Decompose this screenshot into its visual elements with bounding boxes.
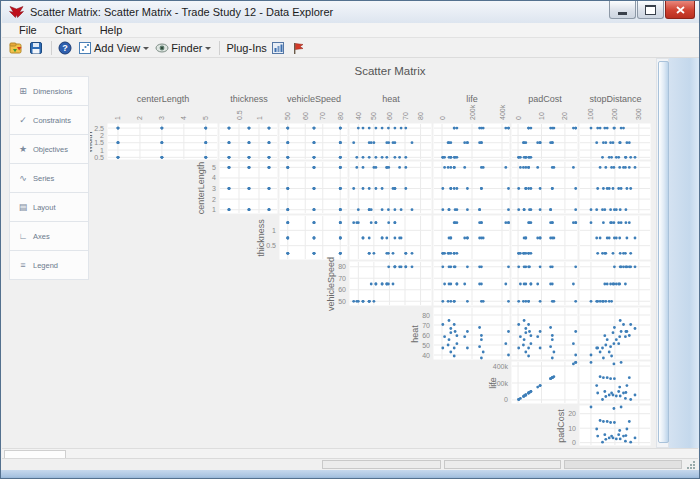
data-point[interactable] (248, 156, 251, 159)
data-point[interactable] (602, 357, 605, 360)
data-point[interactable] (411, 252, 414, 255)
data-point[interactable] (248, 141, 251, 144)
data-point[interactable] (574, 330, 577, 333)
data-point[interactable] (572, 166, 575, 169)
data-point[interactable] (609, 421, 612, 424)
data-point[interactable] (596, 435, 599, 438)
data-point[interactable] (628, 334, 631, 337)
scatter-cell[interactable] (512, 162, 578, 214)
data-point[interactable] (634, 265, 637, 268)
data-point[interactable] (161, 156, 164, 159)
data-point[interactable] (385, 237, 388, 240)
data-point[interactable] (482, 127, 485, 130)
data-point[interactable] (443, 156, 446, 159)
data-point[interactable] (362, 187, 365, 190)
data-point[interactable] (362, 127, 365, 130)
data-point[interactable] (482, 351, 485, 354)
data-point[interactable] (574, 300, 577, 303)
data-point[interactable] (536, 335, 539, 338)
data-point[interactable] (634, 327, 637, 330)
data-point[interactable] (595, 208, 598, 211)
data-point[interactable] (612, 331, 615, 334)
data-point[interactable] (527, 187, 530, 190)
data-point[interactable] (634, 156, 637, 159)
data-point[interactable] (615, 338, 618, 341)
scatter-cell[interactable] (350, 124, 432, 160)
data-point[interactable] (387, 141, 390, 144)
data-point[interactable] (381, 208, 384, 211)
data-point[interactable] (368, 187, 371, 190)
data-point[interactable] (456, 187, 459, 190)
data-point[interactable] (368, 156, 371, 159)
data-point[interactable] (453, 355, 456, 358)
data-point[interactable] (441, 347, 444, 350)
data-point[interactable] (527, 166, 530, 169)
data-point[interactable] (400, 237, 403, 240)
data-point[interactable] (387, 265, 390, 268)
data-point[interactable] (362, 300, 365, 303)
data-point[interactable] (228, 187, 231, 190)
data-point[interactable] (443, 335, 446, 338)
data-point[interactable] (524, 351, 527, 354)
help-button[interactable]: ? (56, 39, 76, 57)
data-point[interactable] (480, 221, 483, 224)
data-point[interactable] (618, 283, 621, 286)
data-point[interactable] (443, 252, 446, 255)
data-point[interactable] (612, 141, 615, 144)
data-point[interactable] (613, 326, 616, 329)
data-point[interactable] (517, 300, 520, 303)
data-point[interactable] (530, 390, 533, 393)
data-point[interactable] (357, 221, 360, 224)
data-point[interactable] (507, 208, 510, 211)
data-point[interactable] (609, 345, 612, 348)
data-point[interactable] (596, 127, 599, 130)
data-point[interactable] (620, 127, 623, 130)
data-point[interactable] (622, 252, 625, 255)
data-point[interactable] (622, 323, 625, 326)
data-point[interactable] (466, 141, 469, 144)
data-point[interactable] (373, 300, 376, 303)
data-point[interactable] (394, 156, 397, 159)
data-point[interactable] (625, 391, 628, 394)
data-point[interactable] (610, 300, 613, 303)
data-point[interactable] (381, 237, 384, 240)
data-point[interactable] (634, 166, 637, 169)
data-point[interactable] (523, 265, 526, 268)
data-point[interactable] (619, 395, 622, 398)
data-point[interactable] (622, 392, 625, 395)
data-point[interactable] (394, 127, 397, 130)
data-point[interactable] (449, 252, 452, 255)
data-point[interactable] (523, 319, 526, 322)
data-point[interactable] (572, 283, 575, 286)
data-point[interactable] (517, 187, 520, 190)
data-point[interactable] (610, 156, 613, 159)
data-point[interactable] (634, 394, 637, 397)
data-point[interactable] (628, 376, 631, 379)
data-point[interactable] (606, 237, 609, 240)
data-point[interactable] (480, 357, 483, 360)
data-point[interactable] (362, 166, 365, 169)
data-point[interactable] (394, 141, 397, 144)
data-point[interactable] (463, 335, 466, 338)
data-point[interactable] (612, 252, 615, 255)
scatter-cell[interactable] (512, 124, 578, 160)
data-point[interactable] (375, 166, 378, 169)
data-point[interactable] (522, 300, 525, 303)
data-point[interactable] (392, 252, 395, 255)
data-point[interactable] (447, 344, 450, 347)
data-point[interactable] (381, 156, 384, 159)
data-point[interactable] (519, 166, 522, 169)
data-point[interactable] (453, 127, 456, 130)
data-point[interactable] (608, 156, 611, 159)
data-point[interactable] (629, 323, 632, 326)
data-point[interactable] (599, 237, 602, 240)
data-point[interactable] (609, 377, 612, 380)
finder-button[interactable]: Finder (153, 39, 215, 57)
data-point[interactable] (228, 127, 231, 130)
data-point[interactable] (398, 166, 401, 169)
data-point[interactable] (286, 187, 289, 190)
data-point[interactable] (482, 300, 485, 303)
data-point[interactable] (286, 208, 289, 211)
data-point[interactable] (449, 351, 452, 354)
data-point[interactable] (613, 342, 616, 345)
